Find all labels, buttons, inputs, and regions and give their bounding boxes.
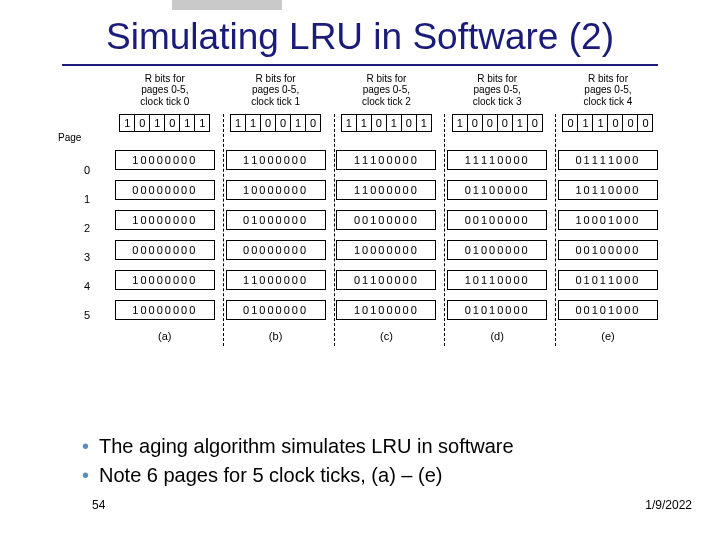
title-underline [62, 64, 658, 66]
tick-column-a: R bits forpages 0-5,clock tick 0 1 0 1 0… [115, 72, 215, 342]
col-caption: (b) [226, 330, 326, 342]
column-separator [223, 114, 224, 346]
figure-aging-algorithm: R bits forpages 0-5,clock tick 0 1 0 1 0… [62, 72, 658, 342]
counter: 00000000 [115, 240, 215, 260]
rbit: 1 [290, 114, 306, 132]
rbit: 1 [149, 114, 165, 132]
col-head: R bits forpages 0-5,clock tick 2 [336, 72, 436, 108]
rbit: 0 [482, 114, 498, 132]
counter: 11000000 [226, 270, 326, 290]
tick-column-b: R bits forpages 0-5,clock tick 1 1 1 0 0… [226, 72, 326, 342]
counter: 11000000 [336, 180, 436, 200]
bullet-dot-icon: • [82, 434, 89, 458]
counter: 10000000 [115, 210, 215, 230]
counter: 10110000 [447, 270, 547, 290]
counter: 01111000 [558, 150, 658, 170]
counter: 10000000 [115, 300, 215, 320]
counters: 10000000 00000000 10000000 00000000 1000… [115, 150, 215, 320]
rbit: 1 [119, 114, 135, 132]
rbit: 0 [607, 114, 623, 132]
rbits-row: 1 0 1 0 1 1 [115, 114, 215, 132]
counter: 00100000 [558, 240, 658, 260]
rbits-row: 1 1 0 0 1 0 [226, 114, 326, 132]
tick-column-e: R bits forpages 0-5,clock tick 4 0 1 1 0… [558, 72, 658, 342]
col-caption: (c) [336, 330, 436, 342]
counter: 00100000 [336, 210, 436, 230]
rbit: 1 [592, 114, 608, 132]
rbit: 1 [512, 114, 528, 132]
rbits-row: 0 1 1 0 0 0 [558, 114, 658, 132]
counters: 11000000 10000000 01000000 00000000 1100… [226, 150, 326, 320]
rbit: 0 [371, 114, 387, 132]
rbit: 1 [245, 114, 261, 132]
rbit: 1 [341, 114, 357, 132]
slide-number: 54 [92, 498, 105, 512]
rbit: 1 [386, 114, 402, 132]
col-head: R bits forpages 0-5,clock tick 4 [558, 72, 658, 108]
rbit: 0 [164, 114, 180, 132]
tick-column-c: R bits forpages 0-5,clock tick 2 1 1 0 1… [336, 72, 436, 342]
rbit: 1 [179, 114, 195, 132]
rbit: 0 [401, 114, 417, 132]
decorative-top-bar [172, 0, 282, 10]
rbit: 0 [467, 114, 483, 132]
counter: 00101000 [558, 300, 658, 320]
counter: 01100000 [447, 180, 547, 200]
counter: 01000000 [226, 300, 326, 320]
rbit: 0 [622, 114, 638, 132]
rbits-row: 1 0 0 0 1 0 [447, 114, 547, 132]
bullet-text: Note 6 pages for 5 clock ticks, (a) – (e… [99, 463, 442, 488]
counter: 11100000 [336, 150, 436, 170]
column-separator [334, 114, 335, 346]
counter: 11000000 [226, 150, 326, 170]
counters: 11110000 01100000 00100000 01000000 1011… [447, 150, 547, 320]
rbit: 0 [134, 114, 150, 132]
bullet-item: • Note 6 pages for 5 clock ticks, (a) – … [82, 463, 642, 488]
counter: 10001000 [558, 210, 658, 230]
rbit: 1 [577, 114, 593, 132]
col-head: R bits forpages 0-5,clock tick 3 [447, 72, 547, 108]
counter: 10000000 [226, 180, 326, 200]
slide-date: 1/9/2022 [645, 498, 692, 512]
bullet-dot-icon: • [82, 463, 89, 487]
counter: 11110000 [447, 150, 547, 170]
rbit: 1 [416, 114, 432, 132]
rbit: 1 [230, 114, 246, 132]
bullet-item: • The aging algorithm simulates LRU in s… [82, 434, 642, 459]
counter: 10110000 [558, 180, 658, 200]
col-head: R bits forpages 0-5,clock tick 0 [115, 72, 215, 108]
counter: 01010000 [447, 300, 547, 320]
rbit: 0 [562, 114, 578, 132]
column-separator [444, 114, 445, 346]
counters: 11100000 11000000 00100000 10000000 0110… [336, 150, 436, 320]
rbits-row: 1 1 0 1 0 1 [336, 114, 436, 132]
col-caption: (e) [558, 330, 658, 342]
counter: 01000000 [226, 210, 326, 230]
bullet-text: The aging algorithm simulates LRU in sof… [99, 434, 514, 459]
counter: 01011000 [558, 270, 658, 290]
rbit: 0 [497, 114, 513, 132]
counter: 00000000 [115, 180, 215, 200]
counter: 01000000 [447, 240, 547, 260]
rbit: 1 [356, 114, 372, 132]
counter: 10100000 [336, 300, 436, 320]
rbit: 1 [194, 114, 210, 132]
bullet-list: • The aging algorithm simulates LRU in s… [82, 434, 642, 492]
counter: 00000000 [226, 240, 326, 260]
slide-title: Simulating LRU in Software (2) [0, 16, 720, 58]
column-separator [555, 114, 556, 346]
counter: 10000000 [115, 150, 215, 170]
rbit: 1 [452, 114, 468, 132]
counter: 10000000 [115, 270, 215, 290]
col-caption: (d) [447, 330, 547, 342]
col-caption: (a) [115, 330, 215, 342]
rbit: 0 [527, 114, 543, 132]
rbit: 0 [637, 114, 653, 132]
rbit: 0 [275, 114, 291, 132]
counter: 00100000 [447, 210, 547, 230]
counters: 01111000 10110000 10001000 00100000 0101… [558, 150, 658, 320]
rbit: 0 [305, 114, 321, 132]
counter: 01100000 [336, 270, 436, 290]
rbit: 0 [260, 114, 276, 132]
tick-column-d: R bits forpages 0-5,clock tick 3 1 0 0 0… [447, 72, 547, 342]
